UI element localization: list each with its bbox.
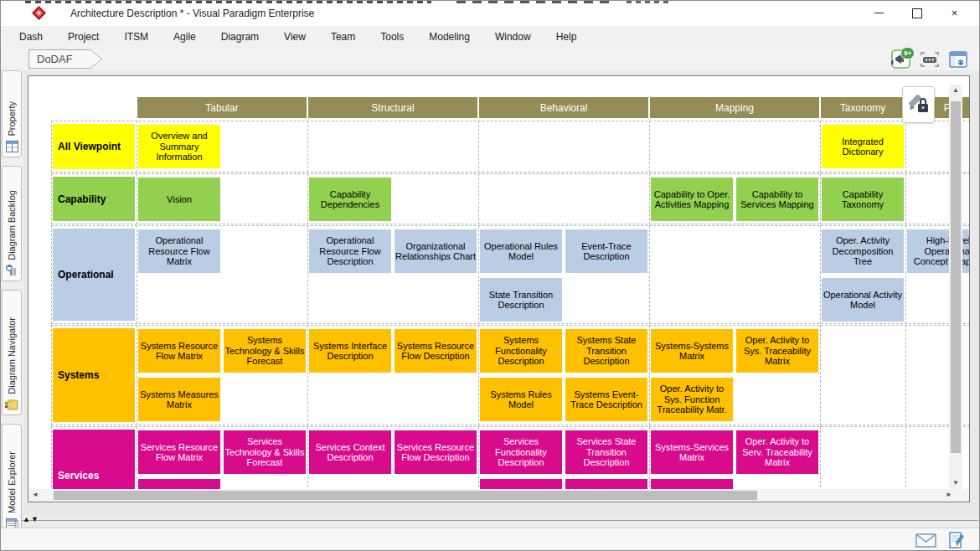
screenshot-artifact-strip xyxy=(627,0,673,3)
menu-tools[interactable]: Tools xyxy=(368,26,416,48)
close-button[interactable]: × xyxy=(936,0,973,26)
artifact-cell[interactable]: Services Resource Flow Description xyxy=(395,430,477,474)
artifact-cell[interactable]: Oper. Activity to Sys. Function Traceabi… xyxy=(651,378,733,421)
status-bar xyxy=(0,528,980,551)
artifact-cell[interactable]: Capability Dependencies xyxy=(309,178,391,221)
artifact-cell[interactable]: Systems-Services Matrix xyxy=(651,430,733,474)
menu-modeling[interactable]: Modeling xyxy=(416,26,482,48)
horizontal-splitter[interactable] xyxy=(21,520,978,521)
artifact-cell[interactable]: Systems Rules Model xyxy=(480,378,562,421)
sidebar-tab-diagram-backlog[interactable]: Diagram Backlog xyxy=(2,166,22,281)
scroll-left-icon[interactable]: ◄ xyxy=(32,492,39,498)
artifact-cell[interactable]: Systems Resource Flow Description xyxy=(395,329,477,373)
pencil-lock-icon xyxy=(907,92,931,117)
sidebar-tab-label: Model Explorer xyxy=(7,451,17,513)
sidebar-tab-model-explorer[interactable]: Model Explorer xyxy=(2,424,22,534)
artifact-cell[interactable]: Systems Resource Flow Matrix xyxy=(138,329,220,373)
artifact-cell[interactable]: Capability Taxonomy xyxy=(822,178,904,221)
left-sidebar: Property Diagram Backlog Diagram Navigat… xyxy=(0,70,23,516)
artifact-cell[interactable]: Services Context Description xyxy=(309,430,391,474)
splitter-collapse-handle[interactable]: ▲▼ xyxy=(23,515,39,523)
vertical-scrollbar[interactable]: ▲ ▼ xyxy=(949,85,962,489)
artifact-cell[interactable]: Systems Interface Description xyxy=(309,329,391,373)
diagram-canvas[interactable]: Tabular Structural Behavioral Mapping Ta… xyxy=(28,75,970,502)
artifact-cell[interactable]: Vision xyxy=(138,178,220,221)
viewpoint-row-capability: Capability Vision Capability Dependencie… xyxy=(51,173,970,224)
notes-button[interactable] xyxy=(948,532,965,551)
dodaf-matrix: Tabular Structural Behavioral Mapping Ta… xyxy=(51,97,970,502)
artifact-cell[interactable]: State Transition Description xyxy=(480,278,562,322)
menu-dash[interactable]: Dash xyxy=(7,26,55,48)
artifact-cell[interactable]: Operational Resource Flow Matrix xyxy=(138,229,220,273)
artifact-cell[interactable]: Services Technology & Skills Forecast xyxy=(224,430,306,474)
announcements-button[interactable]: 9+ xyxy=(890,49,911,70)
scroll-down-icon[interactable]: ▼ xyxy=(952,480,959,487)
viewpoint-row-all: All Viewpoint Overview and Summary Infor… xyxy=(51,121,970,173)
breadcrumb-label: DoDAF xyxy=(37,53,73,65)
artifact-cell[interactable]: Organizational Relationships Chart xyxy=(395,229,477,273)
artifact-cell[interactable]: Operational Activity Model xyxy=(822,278,904,322)
maximize-button[interactable] xyxy=(898,0,936,26)
artifact-cell[interactable]: Capability to Oper. Activities Mapping xyxy=(651,178,733,221)
row-label-all-viewpoint: All Viewpoint xyxy=(53,124,135,169)
sidebar-tab-property[interactable]: Property xyxy=(2,70,22,157)
artifact-cell[interactable]: Systems Functionality Description xyxy=(480,329,562,373)
viewpoint-row-systems: Systems Systems Resource Flow Matrix Sys… xyxy=(51,325,970,425)
artifact-cell[interactable]: Systems-Systems Matrix xyxy=(651,329,733,373)
close-icon: × xyxy=(952,8,958,18)
minimize-icon xyxy=(874,13,884,13)
panel-layout-button[interactable] xyxy=(947,49,968,70)
menu-agile[interactable]: Agile xyxy=(161,26,209,48)
diagram-navigator-icon xyxy=(5,399,18,410)
envelope-icon xyxy=(916,533,936,548)
panel-layout-icon xyxy=(949,50,967,69)
column-header-tabular: Tabular xyxy=(137,97,307,118)
menu-bar: Dash Project ITSM Agile Diagram View Tea… xyxy=(0,26,980,48)
scroll-right-icon[interactable]: ► xyxy=(946,492,952,498)
screenshot-artifact-strip xyxy=(456,0,611,3)
menu-diagram[interactable]: Diagram xyxy=(209,26,271,48)
artifact-cell[interactable]: Operational Resource Flow Description xyxy=(309,229,391,273)
artifact-cell[interactable]: Systems Technology & Skills Forecast xyxy=(224,329,306,373)
column-header-behavioral: Behavioral xyxy=(479,97,648,118)
menu-window[interactable]: Window xyxy=(482,26,544,48)
sidebar-tab-diagram-navigator[interactable]: Diagram Navigator xyxy=(2,290,22,415)
artifact-cell[interactable]: Systems State Transition Description xyxy=(565,329,647,373)
artifact-cell[interactable]: Operational Rules Model xyxy=(480,229,562,273)
menu-help[interactable]: Help xyxy=(544,26,590,48)
window-title: Architecture Description * - Visual Para… xyxy=(70,8,314,19)
artifact-cell[interactable]: Oper. Activity to Sys. Traceability Matr… xyxy=(736,329,818,373)
vertical-scroll-thumb[interactable] xyxy=(951,101,961,453)
horizontal-scrollbar[interactable]: ◄ ► xyxy=(28,489,969,502)
artifact-cell[interactable]: Integrated Dictionary xyxy=(822,125,904,168)
breadcrumb-tab-dodaf[interactable]: DoDAF xyxy=(28,49,102,69)
artifact-cell[interactable]: Capability to Services Mapping xyxy=(736,178,818,221)
menu-project[interactable]: Project xyxy=(55,26,111,48)
notepad-pencil-icon xyxy=(948,532,965,548)
artifact-cell[interactable]: Systems Measures Matrix xyxy=(138,378,220,421)
row-label-operational: Operational xyxy=(53,229,135,321)
artifact-cell[interactable]: Services Functionality Description xyxy=(480,430,562,474)
artifact-cell[interactable]: Services State Transition Description xyxy=(565,430,647,474)
artifact-cell[interactable]: Services Resource Flow Matrix xyxy=(138,430,220,474)
messages-button[interactable] xyxy=(916,533,936,551)
column-header-mapping: Mapping xyxy=(650,97,819,118)
artifact-cell[interactable]: Oper. Activity to Serv. Traceability Mat… xyxy=(736,430,818,474)
maximize-icon xyxy=(912,8,922,18)
artifact-cell[interactable]: Event-Trace Description xyxy=(565,229,647,273)
artifact-cell[interactable]: Systems Event-Trace Description xyxy=(565,378,647,421)
diagram-backlog-icon xyxy=(6,265,18,276)
scroll-up-icon[interactable]: ▲ xyxy=(952,87,959,94)
artifact-cell[interactable]: Overview and Summary Information xyxy=(138,125,220,168)
notification-badge: 9+ xyxy=(900,47,915,59)
minimize-button[interactable] xyxy=(860,0,898,26)
menu-team[interactable]: Team xyxy=(318,26,368,48)
edit-lock-button[interactable] xyxy=(902,86,935,123)
artifact-cell[interactable]: Oper. Activity Decomposition Tree xyxy=(822,229,904,273)
menu-view[interactable]: View xyxy=(271,26,318,48)
menu-itsm[interactable]: ITSM xyxy=(111,26,161,48)
horizontal-scroll-thumb[interactable] xyxy=(54,491,757,500)
toolbar-row: DoDAF 9+ xyxy=(0,48,980,70)
sidebar-tab-label: Diagram Navigator xyxy=(7,317,17,394)
toolbar-selection-button[interactable] xyxy=(919,49,940,70)
